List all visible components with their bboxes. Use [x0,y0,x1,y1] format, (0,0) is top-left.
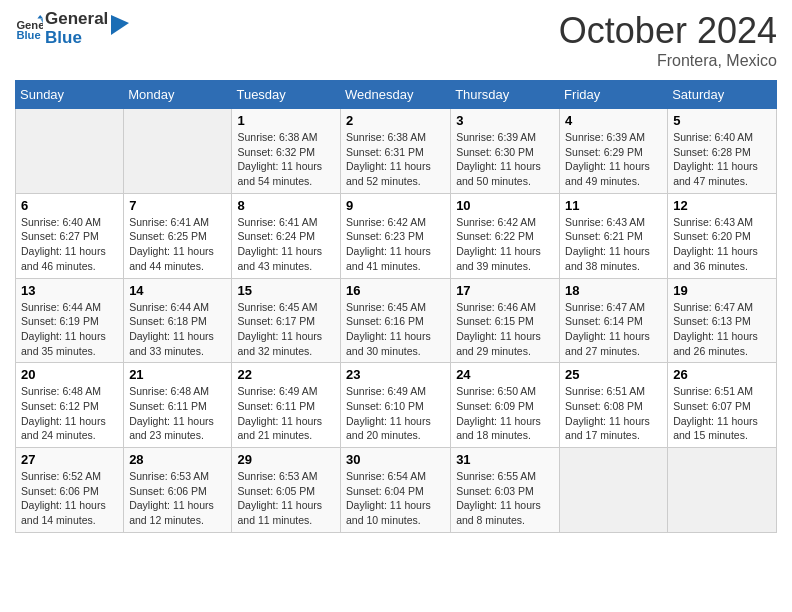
day-info: Sunrise: 6:42 AM Sunset: 6:23 PM Dayligh… [346,215,445,274]
day-info: Sunrise: 6:48 AM Sunset: 6:12 PM Dayligh… [21,384,118,443]
day-number: 10 [456,198,554,213]
day-number: 25 [565,367,662,382]
calendar-cell: 30Sunrise: 6:54 AM Sunset: 6:04 PM Dayli… [341,448,451,533]
day-header-friday: Friday [560,81,668,109]
logo-icon: General Blue [15,15,43,43]
day-number: 21 [129,367,226,382]
calendar-cell: 3Sunrise: 6:39 AM Sunset: 6:30 PM Daylig… [451,109,560,194]
day-header-sunday: Sunday [16,81,124,109]
day-info: Sunrise: 6:48 AM Sunset: 6:11 PM Dayligh… [129,384,226,443]
day-number: 19 [673,283,771,298]
day-info: Sunrise: 6:51 AM Sunset: 6:07 PM Dayligh… [673,384,771,443]
day-info: Sunrise: 6:52 AM Sunset: 6:06 PM Dayligh… [21,469,118,528]
week-row-2: 6Sunrise: 6:40 AM Sunset: 6:27 PM Daylig… [16,193,777,278]
calendar-cell: 28Sunrise: 6:53 AM Sunset: 6:06 PM Dayli… [124,448,232,533]
day-number: 12 [673,198,771,213]
day-info: Sunrise: 6:45 AM Sunset: 6:16 PM Dayligh… [346,300,445,359]
day-number: 9 [346,198,445,213]
logo-blue: Blue [45,29,108,48]
day-info: Sunrise: 6:47 AM Sunset: 6:14 PM Dayligh… [565,300,662,359]
day-info: Sunrise: 6:54 AM Sunset: 6:04 PM Dayligh… [346,469,445,528]
calendar-cell: 22Sunrise: 6:49 AM Sunset: 6:11 PM Dayli… [232,363,341,448]
calendar-cell: 17Sunrise: 6:46 AM Sunset: 6:15 PM Dayli… [451,278,560,363]
day-info: Sunrise: 6:42 AM Sunset: 6:22 PM Dayligh… [456,215,554,274]
day-info: Sunrise: 6:41 AM Sunset: 6:24 PM Dayligh… [237,215,335,274]
calendar-cell: 23Sunrise: 6:49 AM Sunset: 6:10 PM Dayli… [341,363,451,448]
calendar-cell: 27Sunrise: 6:52 AM Sunset: 6:06 PM Dayli… [16,448,124,533]
day-number: 16 [346,283,445,298]
month-title: October 2024 [559,10,777,52]
day-number: 3 [456,113,554,128]
page-header: General Blue General Blue October 2024 F… [15,10,777,70]
logo-general: General [45,10,108,29]
calendar-cell: 6Sunrise: 6:40 AM Sunset: 6:27 PM Daylig… [16,193,124,278]
calendar-cell: 7Sunrise: 6:41 AM Sunset: 6:25 PM Daylig… [124,193,232,278]
day-info: Sunrise: 6:55 AM Sunset: 6:03 PM Dayligh… [456,469,554,528]
calendar-cell: 19Sunrise: 6:47 AM Sunset: 6:13 PM Dayli… [668,278,777,363]
day-number: 22 [237,367,335,382]
calendar-cell [124,109,232,194]
day-header-wednesday: Wednesday [341,81,451,109]
calendar-cell: 2Sunrise: 6:38 AM Sunset: 6:31 PM Daylig… [341,109,451,194]
day-info: Sunrise: 6:40 AM Sunset: 6:28 PM Dayligh… [673,130,771,189]
week-row-4: 20Sunrise: 6:48 AM Sunset: 6:12 PM Dayli… [16,363,777,448]
day-info: Sunrise: 6:39 AM Sunset: 6:30 PM Dayligh… [456,130,554,189]
day-number: 13 [21,283,118,298]
calendar-cell: 4Sunrise: 6:39 AM Sunset: 6:29 PM Daylig… [560,109,668,194]
day-info: Sunrise: 6:50 AM Sunset: 6:09 PM Dayligh… [456,384,554,443]
day-info: Sunrise: 6:53 AM Sunset: 6:06 PM Dayligh… [129,469,226,528]
day-number: 7 [129,198,226,213]
day-info: Sunrise: 6:40 AM Sunset: 6:27 PM Dayligh… [21,215,118,274]
day-number: 4 [565,113,662,128]
day-info: Sunrise: 6:41 AM Sunset: 6:25 PM Dayligh… [129,215,226,274]
logo-triangle-icon [111,15,129,35]
calendar-cell: 20Sunrise: 6:48 AM Sunset: 6:12 PM Dayli… [16,363,124,448]
calendar-cell: 5Sunrise: 6:40 AM Sunset: 6:28 PM Daylig… [668,109,777,194]
day-info: Sunrise: 6:46 AM Sunset: 6:15 PM Dayligh… [456,300,554,359]
day-info: Sunrise: 6:38 AM Sunset: 6:32 PM Dayligh… [237,130,335,189]
calendar-cell: 26Sunrise: 6:51 AM Sunset: 6:07 PM Dayli… [668,363,777,448]
day-info: Sunrise: 6:49 AM Sunset: 6:11 PM Dayligh… [237,384,335,443]
day-header-thursday: Thursday [451,81,560,109]
day-number: 29 [237,452,335,467]
calendar-cell: 1Sunrise: 6:38 AM Sunset: 6:32 PM Daylig… [232,109,341,194]
day-info: Sunrise: 6:44 AM Sunset: 6:18 PM Dayligh… [129,300,226,359]
calendar-cell: 21Sunrise: 6:48 AM Sunset: 6:11 PM Dayli… [124,363,232,448]
calendar-cell: 29Sunrise: 6:53 AM Sunset: 6:05 PM Dayli… [232,448,341,533]
day-info: Sunrise: 6:43 AM Sunset: 6:20 PM Dayligh… [673,215,771,274]
logo: General Blue General Blue [15,10,129,47]
week-row-1: 1Sunrise: 6:38 AM Sunset: 6:32 PM Daylig… [16,109,777,194]
day-number: 31 [456,452,554,467]
day-info: Sunrise: 6:53 AM Sunset: 6:05 PM Dayligh… [237,469,335,528]
day-number: 1 [237,113,335,128]
day-number: 28 [129,452,226,467]
day-info: Sunrise: 6:47 AM Sunset: 6:13 PM Dayligh… [673,300,771,359]
calendar-cell: 9Sunrise: 6:42 AM Sunset: 6:23 PM Daylig… [341,193,451,278]
calendar-cell: 24Sunrise: 6:50 AM Sunset: 6:09 PM Dayli… [451,363,560,448]
title-block: October 2024 Frontera, Mexico [559,10,777,70]
day-info: Sunrise: 6:44 AM Sunset: 6:19 PM Dayligh… [21,300,118,359]
calendar-cell: 16Sunrise: 6:45 AM Sunset: 6:16 PM Dayli… [341,278,451,363]
day-info: Sunrise: 6:38 AM Sunset: 6:31 PM Dayligh… [346,130,445,189]
calendar-cell: 14Sunrise: 6:44 AM Sunset: 6:18 PM Dayli… [124,278,232,363]
calendar-cell: 12Sunrise: 6:43 AM Sunset: 6:20 PM Dayli… [668,193,777,278]
calendar-cell: 13Sunrise: 6:44 AM Sunset: 6:19 PM Dayli… [16,278,124,363]
day-info: Sunrise: 6:49 AM Sunset: 6:10 PM Dayligh… [346,384,445,443]
calendar-cell: 15Sunrise: 6:45 AM Sunset: 6:17 PM Dayli… [232,278,341,363]
calendar-cell: 10Sunrise: 6:42 AM Sunset: 6:22 PM Dayli… [451,193,560,278]
day-number: 26 [673,367,771,382]
week-row-5: 27Sunrise: 6:52 AM Sunset: 6:06 PM Dayli… [16,448,777,533]
day-number: 27 [21,452,118,467]
calendar-cell: 8Sunrise: 6:41 AM Sunset: 6:24 PM Daylig… [232,193,341,278]
svg-text:Blue: Blue [16,28,40,40]
day-number: 2 [346,113,445,128]
day-info: Sunrise: 6:51 AM Sunset: 6:08 PM Dayligh… [565,384,662,443]
day-number: 6 [21,198,118,213]
calendar-cell: 18Sunrise: 6:47 AM Sunset: 6:14 PM Dayli… [560,278,668,363]
week-row-3: 13Sunrise: 6:44 AM Sunset: 6:19 PM Dayli… [16,278,777,363]
calendar-cell [560,448,668,533]
day-number: 14 [129,283,226,298]
svg-marker-4 [111,15,129,35]
day-number: 15 [237,283,335,298]
day-info: Sunrise: 6:45 AM Sunset: 6:17 PM Dayligh… [237,300,335,359]
